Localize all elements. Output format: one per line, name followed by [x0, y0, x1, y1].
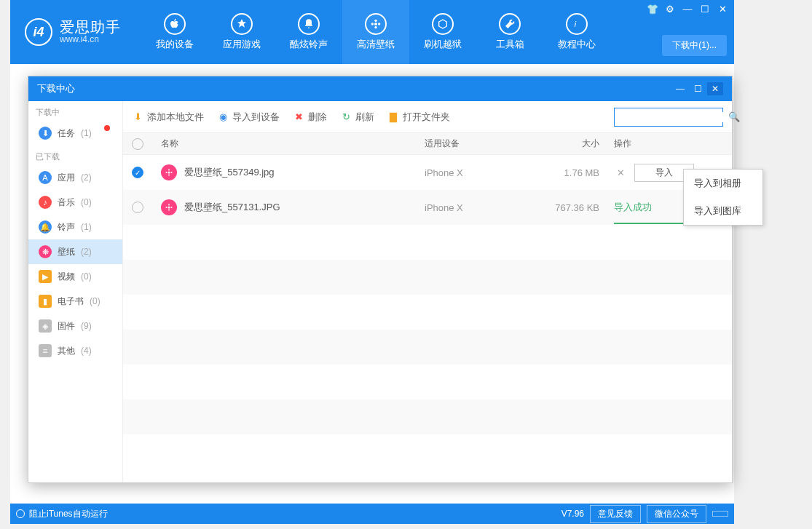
- dl-body: 下载中 ⬇ 任务 (1) 已下载 A 应用 (2) ♪ 音乐 (0) 🔔 铃声: [28, 101, 732, 482]
- nav-label: 应用游戏: [223, 38, 261, 51]
- row-checkbox-cell[interactable]: ✓: [132, 167, 161, 178]
- col-device[interactable]: 适用设备: [425, 138, 534, 150]
- close-icon[interactable]: ✕: [717, 3, 728, 15]
- nav-my-device[interactable]: 我的设备: [141, 0, 208, 64]
- nav-tutorials[interactable]: i 教程中心: [543, 0, 610, 64]
- sb-item-count: (0): [81, 197, 92, 207]
- row-checkbox-cell[interactable]: [132, 202, 161, 213]
- book-icon: ▮: [39, 295, 52, 308]
- import-icon: ◉: [217, 111, 229, 123]
- maximize-icon[interactable]: ☐: [699, 3, 711, 15]
- sb-item-label: 壁纸: [58, 246, 75, 258]
- nav-label: 酷炫铃声: [290, 38, 328, 51]
- nav-label: 教程中心: [558, 38, 596, 51]
- table-row-empty: [123, 330, 732, 365]
- nav-label: 我的设备: [156, 38, 194, 51]
- sb-item-count: (1): [81, 128, 92, 138]
- dl-minimize-icon[interactable]: —: [672, 82, 688, 95]
- table-row[interactable]: ✓ 爱思壁纸_557349.jpg iPhone X 1.76 MB ✕ 导入: [123, 155, 732, 190]
- nav-jailbreak[interactable]: 刷机越狱: [409, 0, 476, 64]
- status-left[interactable]: 阻止iTunes自动运行: [16, 508, 108, 520]
- sidebar-item-apps[interactable]: A 应用 (2): [28, 165, 122, 190]
- svg-point-6: [168, 172, 170, 174]
- app-url: www.i4.cn: [60, 35, 121, 44]
- add-local-button[interactable]: ⬇ 添加本地文件: [132, 111, 204, 124]
- search-box[interactable]: 🔍: [614, 108, 723, 127]
- search-icon[interactable]: 🔍: [728, 111, 740, 122]
- nav-wallpapers[interactable]: 高清壁纸: [342, 0, 409, 64]
- col-name[interactable]: 名称: [161, 138, 425, 150]
- sidebar-item-other[interactable]: ≡ 其他 (4): [28, 338, 122, 363]
- nav-label: 刷机越狱: [424, 38, 462, 51]
- sb-item-label: 音乐: [58, 196, 75, 209]
- table-row-empty: [123, 260, 732, 295]
- cube-icon: ◈: [39, 319, 52, 333]
- open-folder-button[interactable]: ▇ 打开文件夹: [387, 111, 450, 124]
- sidebar-item-video[interactable]: ▶ 视频 (0): [28, 264, 122, 289]
- minimize-icon[interactable]: —: [682, 3, 693, 15]
- info-icon: i: [566, 13, 588, 35]
- col-check[interactable]: [132, 138, 161, 150]
- checkbox-checked-icon[interactable]: ✓: [132, 167, 143, 178]
- gear-icon[interactable]: ⚙: [664, 3, 676, 15]
- refresh-button[interactable]: ↻ 刷新: [340, 111, 374, 124]
- logo-text: 爱思助手 www.i4.cn: [60, 19, 121, 44]
- file-name: 爱思壁纸_557131.JPG: [184, 201, 280, 214]
- tool-label: 打开文件夹: [403, 111, 450, 124]
- sidebar-item-firmware[interactable]: ◈ 固件 (9): [28, 314, 122, 338]
- table-row-empty: [123, 225, 732, 260]
- dl-main: ⬇ 添加本地文件 ◉ 导入到设备 ✖ 删除 ↻ 刷新 ▇ 打开文件夹: [123, 101, 732, 482]
- dl-maximize-icon[interactable]: ☐: [690, 82, 706, 95]
- col-op[interactable]: 操作: [614, 138, 723, 150]
- svg-text:i: i: [575, 20, 577, 28]
- itunes-block-label: 阻止iTunes自动运行: [29, 508, 108, 520]
- downloading-button[interactable]: 下载中(1)...: [662, 35, 727, 56]
- shirt-icon[interactable]: 👕: [647, 3, 658, 15]
- checkbox-icon[interactable]: [132, 202, 143, 213]
- app-logo[interactable]: i4 爱思助手 www.i4.cn: [25, 18, 121, 46]
- sb-item-count: (2): [81, 247, 92, 257]
- nav-toolbox[interactable]: 工具箱: [476, 0, 543, 64]
- dl-title-text: 下载中心: [37, 82, 75, 95]
- nav-ringtones[interactable]: 酷炫铃声: [275, 0, 342, 64]
- tool-label: 导入到设备: [232, 111, 280, 124]
- sidebar-item-ebook[interactable]: ▮ 电子书 (0): [28, 289, 122, 314]
- version-label: V7.96: [561, 509, 584, 519]
- row-delete-button[interactable]: ✕: [614, 167, 627, 178]
- dl-title-bar[interactable]: 下载中心 — ☐ ✕: [28, 76, 732, 101]
- tool-label: 添加本地文件: [147, 111, 204, 124]
- search-input[interactable]: [619, 112, 728, 122]
- svg-point-7: [168, 170, 170, 171]
- col-size[interactable]: 大小: [534, 138, 614, 150]
- download-center-window: 下载中心 — ☐ ✕ 下载中 ⬇ 任务 (1) 已下载 A 应用 (2) ♪ 音…: [28, 76, 733, 483]
- svg-point-15: [171, 207, 173, 208]
- table-row[interactable]: 爱思壁纸_557131.JPG iPhone X 767.36 KB 导入成功: [123, 190, 732, 225]
- sb-item-count: (1): [81, 222, 92, 232]
- toolbar: ⬇ 添加本地文件 ◉ 导入到设备 ✖ 删除 ↻ 刷新 ▇ 打开文件夹: [123, 101, 732, 133]
- select-all-checkbox[interactable]: [132, 138, 143, 150]
- table-row-empty: [123, 399, 732, 434]
- sidebar-item-music[interactable]: ♪ 音乐 (0): [28, 190, 122, 215]
- import-device-button[interactable]: ◉ 导入到设备: [217, 111, 280, 124]
- wallpaper-file-icon: [161, 164, 177, 180]
- ctx-import-gallery[interactable]: 导入到图库: [684, 197, 762, 225]
- sidebar-item-tasks[interactable]: ⬇ 任务 (1): [28, 121, 122, 146]
- window-controls: 👕 ⚙ — ☐ ✕: [647, 3, 728, 15]
- ctx-import-album[interactable]: 导入到相册: [684, 170, 762, 197]
- add-file-icon: ⬇: [132, 111, 143, 123]
- delete-button[interactable]: ✖ 删除: [293, 111, 327, 124]
- update-button[interactable]: [712, 511, 728, 517]
- wechat-button[interactable]: 微信公众号: [647, 505, 706, 523]
- nav-apps[interactable]: 应用游戏: [208, 0, 275, 64]
- feedback-button[interactable]: 意见反馈: [590, 505, 641, 523]
- dl-close-icon[interactable]: ✕: [707, 82, 723, 95]
- apple-icon: [164, 13, 186, 35]
- sidebar-item-wallpaper[interactable]: ❋ 壁纸 (2): [28, 239, 122, 264]
- row-name-cell: 爱思壁纸_557349.jpg: [161, 164, 425, 180]
- video-icon: ▶: [39, 270, 52, 283]
- sidebar-item-ringtone[interactable]: 🔔 铃声 (1): [28, 215, 122, 239]
- file-icon: ≡: [39, 344, 52, 357]
- table-row-empty: [123, 365, 732, 399]
- sb-item-label: 任务: [58, 127, 75, 140]
- sb-item-label: 其他: [58, 345, 75, 357]
